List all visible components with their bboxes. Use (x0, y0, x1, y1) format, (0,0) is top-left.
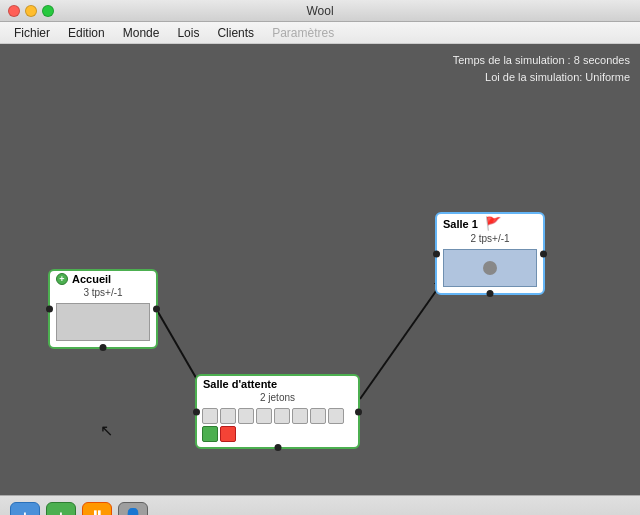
node-accueil[interactable]: + Accueil 3 tps+/-1 (48, 269, 158, 349)
dot-bottom-attente (274, 444, 281, 451)
menu-lois[interactable]: Lois (169, 24, 207, 42)
dot-left (46, 306, 53, 313)
close-button[interactable] (8, 5, 20, 17)
titlebar: Wool (0, 0, 640, 22)
attente-subtitle: 2 jetons (197, 392, 358, 405)
add-blue-button[interactable]: + (10, 502, 40, 516)
salle1-circle (483, 261, 497, 275)
flag-icon: 🚩 (485, 216, 501, 231)
accueil-title: Accueil (72, 273, 111, 285)
svg-line-2 (360, 274, 448, 399)
traffic-lights (8, 5, 54, 17)
queue-slot-3 (238, 408, 254, 424)
menubar: Fichier Edition Monde Lois Clients Param… (0, 22, 640, 44)
queue-slot-2 (220, 408, 236, 424)
queue-slot-1 (202, 408, 218, 424)
dot-left-attente (193, 408, 200, 415)
toolbar: + + ⏸ 👤 (0, 495, 640, 515)
node-salle1[interactable]: Salle 1 🚩 2 tps+/-1 (435, 212, 545, 295)
person-button[interactable]: 👤 (118, 502, 148, 516)
attente-queue (197, 405, 358, 447)
simulation-canvas: Temps de la simulation : 8 secondes Loi … (0, 44, 640, 495)
pause-button[interactable]: ⏸ (82, 502, 112, 516)
queue-slot-8 (328, 408, 344, 424)
dot-right-attente (355, 408, 362, 415)
menu-monde[interactable]: Monde (115, 24, 168, 42)
dot-left-salle1 (433, 250, 440, 257)
salle1-title: Salle 1 (443, 218, 478, 230)
dot-right-salle1 (540, 250, 547, 257)
dot-bottom (100, 344, 107, 351)
node-accueil-header: + Accueil (50, 271, 156, 287)
accueil-icon: + (56, 273, 68, 285)
law-label: Loi de la simulation: Uniforme (453, 69, 630, 86)
menu-fichier[interactable]: Fichier (6, 24, 58, 42)
queue-slot-6 (292, 408, 308, 424)
queue-slot-7 (310, 408, 326, 424)
salle1-subtitle: 2 tps+/-1 (437, 233, 543, 246)
queue-slot-9 (202, 426, 218, 442)
maximize-button[interactable] (42, 5, 54, 17)
accueil-subtitle: 3 tps+/-1 (50, 287, 156, 300)
mouse-cursor: ↖ (100, 421, 113, 440)
node-salle1-header: Salle 1 🚩 (437, 214, 543, 233)
attente-title: Salle d'attente (203, 378, 277, 390)
minimize-button[interactable] (25, 5, 37, 17)
node-attente-header: Salle d'attente (197, 376, 358, 392)
time-label: Temps de la simulation : 8 secondes (453, 52, 630, 69)
dot-right (153, 306, 160, 313)
app-title: Wool (306, 4, 333, 18)
info-panel: Temps de la simulation : 8 secondes Loi … (453, 52, 630, 85)
queue-slot-4 (256, 408, 272, 424)
menu-edition[interactable]: Edition (60, 24, 113, 42)
salle1-body (443, 249, 537, 287)
menu-clients[interactable]: Clients (209, 24, 262, 42)
node-attente[interactable]: Salle d'attente 2 jetons (195, 374, 360, 449)
queue-slot-10 (220, 426, 236, 442)
menu-parametres: Paramètres (264, 24, 342, 42)
add-green-button[interactable]: + (46, 502, 76, 516)
accueil-body (56, 303, 150, 341)
queue-slot-5 (274, 408, 290, 424)
dot-bottom-salle1 (487, 290, 494, 297)
